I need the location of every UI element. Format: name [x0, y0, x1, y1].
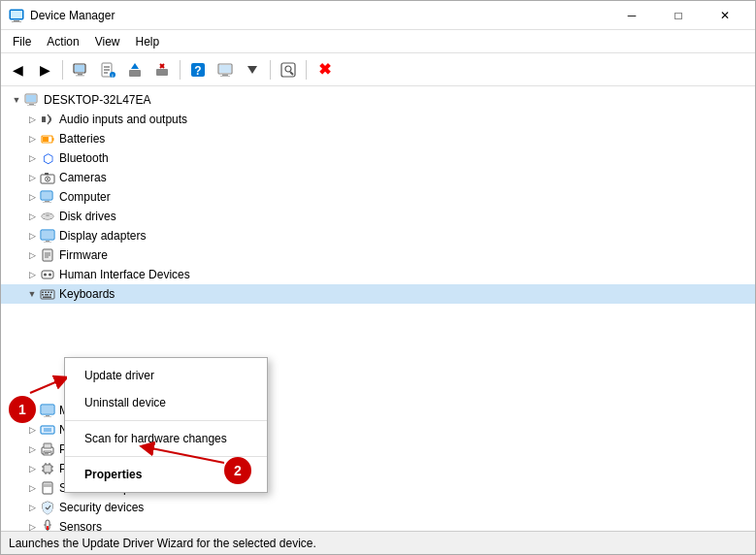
svg-rect-79 [44, 451, 51, 455]
status-text: Launches the Update Driver Wizard for th… [9, 537, 316, 550]
menu-help[interactable]: Help [128, 33, 168, 50]
delete-icon-btn[interactable]: ✖ [312, 57, 337, 82]
tree-item-bluetooth[interactable]: ▷ ⬡ Bluetooth [1, 148, 755, 168]
tree-item-firmware[interactable]: ▷ Firmware [1, 245, 755, 265]
batteries-icon [40, 131, 55, 147]
tree-view[interactable]: ▼ DESKTOP-32L47EA ▷ [1, 86, 755, 531]
svg-rect-31 [29, 104, 34, 105]
back-button[interactable]: ◀ [5, 57, 30, 82]
window-title: Device Manager [30, 9, 609, 22]
properties-icon-btn[interactable]: i [95, 57, 120, 82]
tree-item-batteries[interactable]: ▷ Batteries [1, 129, 755, 148]
bluetooth-icon: ⬡ [40, 150, 55, 166]
disk-label: Disk drives [59, 210, 116, 223]
update-driver-icon-btn[interactable] [122, 57, 148, 82]
minimize-button[interactable]: ─ [609, 1, 654, 30]
svg-rect-57 [42, 271, 53, 278]
audio-expand-icon: ▷ [24, 112, 40, 127]
menu-action[interactable]: Action [39, 33, 86, 50]
firmware-expand-icon: ▷ [24, 247, 40, 263]
svg-rect-23 [222, 74, 228, 76]
tree-root[interactable]: ▼ DESKTOP-32L47EA [1, 90, 755, 110]
svg-rect-40 [45, 173, 49, 175]
tree-item-keyboards[interactable]: ▼ Keybo [1, 284, 755, 304]
bluetooth-expand-icon: ▷ [24, 150, 40, 166]
audio-label: Audio inputs and outputs [59, 113, 187, 126]
sensors-expand-icon: ▷ [24, 519, 40, 531]
help-icon-btn[interactable]: ? [185, 57, 211, 82]
context-menu-sep-1 [65, 420, 267, 421]
monitors-icon [40, 403, 55, 418]
print-icon [40, 441, 55, 457]
batteries-label: Batteries [59, 132, 105, 146]
svg-rect-49 [42, 231, 53, 239]
svg-rect-68 [43, 297, 51, 299]
svg-rect-71 [46, 415, 49, 416]
toolbar-sep-2 [180, 60, 181, 80]
svg-text:?: ? [194, 64, 201, 78]
svg-line-28 [290, 72, 293, 75]
hid-expand-icon: ▷ [24, 267, 40, 282]
svg-rect-32 [27, 105, 36, 106]
print-expand-icon: ▷ [24, 441, 40, 457]
svg-rect-62 [45, 292, 47, 294]
menu-file[interactable]: File [5, 33, 39, 50]
tree-item-sensors[interactable]: ▷ Sensors [1, 517, 755, 531]
svg-rect-65 [42, 294, 44, 296]
tree-item-cameras[interactable]: ▷ Cameras [1, 168, 755, 187]
network-icon [40, 422, 55, 438]
toolbar-sep-4 [306, 60, 307, 80]
security-label: Security devices [59, 501, 144, 514]
forward-button[interactable]: ▶ [32, 57, 57, 82]
svg-rect-51 [44, 242, 51, 243]
svg-rect-3 [11, 11, 22, 18]
tree-item-computer[interactable]: ▷ Computer [1, 187, 755, 207]
svg-rect-35 [43, 137, 49, 142]
computer-icon-btn[interactable] [213, 57, 238, 82]
svg-rect-30 [26, 95, 36, 102]
svg-rect-64 [50, 292, 52, 294]
svg-rect-7 [76, 75, 84, 76]
svg-rect-70 [42, 406, 53, 413]
sensors-icon [40, 519, 55, 531]
computer-tree-icon [40, 189, 55, 205]
svg-rect-72 [44, 416, 51, 417]
audio-icon [40, 112, 55, 127]
scan-icon-btn[interactable] [276, 57, 301, 82]
svg-rect-101 [47, 526, 49, 530]
sdhost-icon [40, 480, 55, 496]
arrow-icon-btn[interactable] [240, 57, 265, 82]
annotation-1: 1 [9, 396, 36, 423]
svg-rect-50 [46, 241, 49, 242]
tree-item-security[interactable]: ▷ Security devices [1, 498, 755, 517]
window-icon [9, 8, 24, 23]
context-menu-scan-hardware[interactable]: Scan for hardware changes [65, 425, 267, 452]
svg-marker-25 [247, 66, 257, 74]
firmware-label: Firmware [59, 248, 108, 262]
svg-line-115 [30, 379, 62, 393]
disk-icon [40, 209, 55, 224]
keyboards-label: Keyboards [59, 287, 115, 301]
context-menu-update-driver[interactable]: Update driver [65, 362, 267, 389]
tree-item-display[interactable]: ▷ Display adapters [1, 226, 755, 245]
uninstall-icon-btn[interactable] [149, 57, 175, 82]
svg-rect-66 [45, 294, 49, 296]
display-icon [40, 228, 55, 244]
tree-item-audio[interactable]: ▷ Audio inputs and outputs [1, 110, 755, 129]
close-button[interactable]: ✕ [703, 1, 747, 30]
security-icon [40, 500, 55, 515]
maximize-button[interactable]: □ [656, 1, 701, 30]
tree-item-hid[interactable]: ▷ Human Interface Devices [1, 265, 755, 284]
toolbar: ◀ ▶ i [1, 53, 755, 86]
context-menu-uninstall-device[interactable]: Uninstall device [65, 389, 267, 416]
device-manager-icon-btn[interactable] [68, 57, 93, 82]
svg-rect-36 [52, 138, 54, 141]
svg-rect-78 [44, 443, 51, 448]
svg-rect-63 [48, 292, 49, 294]
menu-view[interactable]: View [87, 33, 128, 50]
svg-point-39 [47, 179, 49, 180]
computer-label: Computer [59, 190, 111, 204]
processors-expand-icon: ▷ [24, 461, 40, 476]
root-label: DESKTOP-32L47EA [44, 93, 151, 107]
tree-item-disk[interactable]: ▷ Disk drives [1, 207, 755, 226]
